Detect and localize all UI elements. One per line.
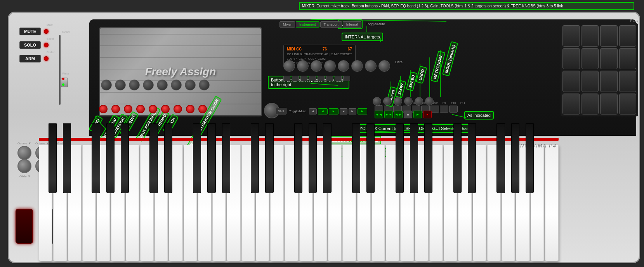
mute-button[interactable]: MUTE: [19, 28, 41, 35]
transport-fwd[interactable]: ►◄: [384, 111, 393, 118]
tab-mixer[interactable]: Mixer: [279, 21, 295, 28]
display-knob-8[interactable]: [199, 80, 210, 90]
pad-12[interactable]: [619, 71, 637, 92]
pad-14[interactable]: [582, 94, 599, 115]
pad-9[interactable]: [562, 71, 580, 92]
pad-2[interactable]: [582, 25, 599, 47]
black-key-1-2[interactable]: [193, 123, 201, 193]
fkey-f9[interactable]: [430, 106, 439, 113]
knob-1[interactable]: [283, 60, 295, 72]
red-btn-9[interactable]: [198, 105, 207, 113]
red-btn-2[interactable]: [111, 105, 120, 113]
black-key-4-3[interactable]: [511, 123, 519, 193]
red-btn-8[interactable]: [186, 105, 194, 113]
sel-btn-8[interactable]: [343, 76, 350, 81]
black-key-2-1[interactable]: [265, 123, 273, 193]
black-key-2-3[interactable]: [309, 123, 317, 193]
tab-internal[interactable]: Internal: [343, 21, 361, 28]
knob-7[interactable]: [365, 60, 377, 72]
shift-button[interactable]: Shift: [276, 108, 286, 114]
tab-instrument[interactable]: Instrument: [296, 21, 319, 28]
transport-play-rwd[interactable]: ◄►: [394, 111, 403, 118]
sel-btn-6[interactable]: [326, 76, 333, 81]
transport-stop[interactable]: ■: [404, 111, 412, 118]
knob-4[interactable]: [324, 60, 336, 72]
pitch-wheel[interactable]: [16, 209, 33, 244]
pad-4[interactable]: [619, 25, 637, 47]
red-btn-6[interactable]: [161, 105, 170, 113]
fkey-f11[interactable]: [449, 106, 458, 113]
black-key-4-2[interactable]: [496, 123, 505, 193]
tab-transport[interactable]: Transport: [320, 21, 342, 28]
octave-down-knob[interactable]: [17, 146, 31, 160]
zoom-left-btn[interactable]: ◄: [340, 108, 347, 114]
display-knob-1[interactable]: [101, 80, 112, 90]
black-key-0-0[interactable]: [49, 123, 57, 193]
sel-btn-7[interactable]: [335, 76, 342, 81]
display-knob-4[interactable]: [143, 80, 154, 90]
black-key-0-2[interactable]: [92, 123, 100, 193]
display-knob-7[interactable]: [185, 80, 196, 90]
small-knob-6[interactable]: [425, 97, 434, 106]
red-btn-1[interactable]: [99, 105, 108, 113]
sel-btn-2[interactable]: [292, 76, 299, 81]
display-knob-3[interactable]: [129, 80, 140, 90]
transport-record[interactable]: ●: [423, 111, 432, 118]
solo-button[interactable]: SOLO: [19, 41, 41, 49]
bank-left-btn[interactable]: ◄: [309, 108, 317, 114]
black-key-1-4[interactable]: [222, 123, 230, 193]
pad-16[interactable]: [619, 94, 637, 115]
pad-1[interactable]: [562, 25, 580, 47]
bank-left-green[interactable]: ◄: [318, 108, 328, 114]
black-key-3-2[interactable]: [396, 123, 404, 193]
red-btn-7[interactable]: [174, 105, 182, 113]
pad-6[interactable]: [582, 48, 599, 69]
display-knob-6[interactable]: [171, 80, 182, 90]
knob-5[interactable]: [338, 60, 349, 72]
pad-11[interactable]: [600, 71, 618, 92]
black-key-2-0[interactable]: [251, 123, 259, 193]
knob-6[interactable]: [351, 60, 363, 72]
black-key-3-3[interactable]: [410, 123, 418, 193]
zoom-right-btn[interactable]: ►: [349, 108, 356, 114]
small-knob-1[interactable]: [373, 97, 381, 106]
red-btn-4[interactable]: [136, 105, 145, 113]
pad-5[interactable]: [562, 48, 580, 69]
arm-button[interactable]: ARM: [19, 55, 41, 62]
black-key-2-4[interactable]: [323, 123, 331, 193]
bank-right-green[interactable]: ►: [329, 108, 338, 114]
sel-btn-5[interactable]: [318, 76, 325, 81]
black-key-0-4[interactable]: [121, 123, 129, 193]
black-key-3-0[interactable]: [352, 123, 360, 193]
transport-rwd[interactable]: ◄◄: [375, 111, 383, 118]
knob-2[interactable]: [297, 60, 309, 72]
pad-3[interactable]: [600, 25, 618, 47]
small-knob-3[interactable]: [394, 97, 402, 106]
pad-15[interactable]: [600, 94, 618, 115]
black-key-4-1[interactable]: [468, 123, 476, 193]
knob-3[interactable]: [311, 60, 322, 72]
sel-btn-3[interactable]: [300, 76, 307, 81]
black-key-3-1[interactable]: [366, 123, 375, 193]
black-key-4-0[interactable]: [453, 123, 462, 193]
small-knob-2[interactable]: [383, 97, 392, 106]
display-knob-5[interactable]: [157, 80, 168, 90]
zoom-green[interactable]: ►: [358, 108, 367, 114]
black-key-1-0[interactable]: [149, 123, 158, 193]
red-btn-5[interactable]: [149, 105, 157, 113]
pad-13[interactable]: [562, 94, 580, 115]
black-key-1-1[interactable]: [164, 123, 172, 193]
black-key-4-4[interactable]: [526, 123, 534, 193]
black-key-1-3[interactable]: [207, 123, 215, 193]
black-key-0-1[interactable]: [63, 123, 71, 193]
small-knob-4[interactable]: [404, 97, 413, 106]
knob-lower-1[interactable]: [17, 159, 31, 173]
small-knob-5[interactable]: [415, 97, 423, 106]
red-btn-3[interactable]: [124, 105, 132, 113]
black-key-3-4[interactable]: [424, 123, 432, 193]
knob-8[interactable]: [378, 60, 390, 72]
display-knob-2[interactable]: [115, 80, 126, 90]
black-key-0-3[interactable]: [106, 123, 115, 193]
pad-8[interactable]: [619, 48, 637, 69]
sel-btn-4[interactable]: [309, 76, 316, 81]
